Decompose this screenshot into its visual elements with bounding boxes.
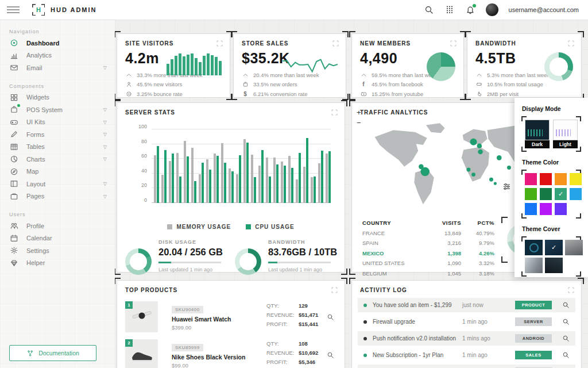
top-products-card: TOP PRODUCTS 1 SKU90400 Huawei Smart Wat… bbox=[117, 280, 345, 368]
theme-color-swatch[interactable] bbox=[525, 188, 537, 200]
sidebar-item-calendar[interactable]: Calendar bbox=[0, 232, 115, 245]
map-zoom-in-button[interactable]: + bbox=[357, 110, 361, 116]
sidebar-item-ui-kits[interactable]: UI Kits ▽ bbox=[0, 116, 115, 129]
sidebar-item-label: Calendar bbox=[26, 235, 52, 241]
activity-magnifier-icon[interactable] bbox=[562, 335, 570, 342]
map-settings-sliders-icon[interactable] bbox=[502, 182, 511, 193]
theme-color-swatch[interactable]: ✓ bbox=[555, 188, 567, 200]
theme-color-swatch[interactable] bbox=[540, 173, 552, 185]
theme-cover-option[interactable] bbox=[525, 240, 543, 255]
activity-row[interactable]: New Subscription - 1yr Plan 1 min ago SA… bbox=[358, 348, 575, 362]
notifications-bell-icon[interactable] bbox=[465, 5, 475, 15]
sidebar-item-widgets[interactable]: Widgets bbox=[0, 91, 115, 104]
country-row-france[interactable]: FRANCE13,84940.79% bbox=[362, 228, 494, 239]
theme-cover-option[interactable] bbox=[545, 258, 563, 273]
sidebar-item-pos-system[interactable]: POS System ▽ bbox=[0, 103, 115, 116]
expand-icon[interactable] bbox=[331, 109, 338, 116]
stat-detail-text: 2MB per visit bbox=[487, 91, 519, 97]
expand-icon[interactable] bbox=[568, 40, 574, 47]
documentation-button[interactable]: Documentation bbox=[9, 345, 96, 361]
country-row-belgium[interactable]: BELGIUM1,0453.18% bbox=[362, 269, 494, 279]
expand-icon[interactable] bbox=[332, 40, 339, 47]
sidebar-item-settings[interactable]: Settings bbox=[0, 244, 115, 257]
country-row-spain[interactable]: SPAIN3,2169.79% bbox=[362, 238, 494, 248]
sidebar-item-tables[interactable]: Tables ▽ bbox=[0, 141, 115, 154]
display-mode-light[interactable]: Light bbox=[553, 120, 578, 148]
activity-log-card: ACTIVITY LOG You have sold an item - $1,… bbox=[351, 280, 582, 368]
map-traffic-dot[interactable] bbox=[489, 178, 493, 182]
server-stats-chart: 020406080100 bbox=[129, 126, 333, 218]
sidebar-item-forms[interactable]: Forms ▽ bbox=[0, 128, 115, 141]
bar-group bbox=[184, 141, 189, 203]
traffic-title: TRAFFIC ANALYTICS bbox=[360, 109, 428, 116]
theme-color-swatch[interactable] bbox=[540, 203, 552, 215]
map-traffic-dot[interactable] bbox=[471, 172, 475, 177]
sidebar-item-dashboard[interactable]: Dashboard bbox=[0, 37, 115, 49]
activity-magnifier-icon[interactable] bbox=[562, 318, 570, 325]
product-stats: QTY:129 REVENUE:$51,471 PROFIT:$15,441 bbox=[266, 302, 318, 330]
sidebar-item-helper[interactable]: Helper bbox=[0, 257, 115, 270]
expand-icon[interactable] bbox=[450, 40, 457, 47]
hamburger-menu-icon[interactable] bbox=[7, 6, 20, 13]
map-traffic-dot[interactable] bbox=[467, 168, 471, 172]
product-magnifier-icon[interactable] bbox=[327, 351, 334, 361]
product-rank-badge: 2 bbox=[125, 339, 133, 347]
bar-group bbox=[251, 155, 256, 203]
country-row-united-states[interactable]: UNITED STATES1,0903.32% bbox=[362, 258, 494, 269]
map-traffic-dot[interactable] bbox=[470, 139, 477, 145]
sidebar-item-layout[interactable]: Layout ▽ bbox=[0, 178, 115, 190]
documentation-label: Documentation bbox=[38, 350, 79, 356]
top-products-title: TOP PRODUCTS bbox=[125, 287, 177, 293]
chevron-down-icon: ▽ bbox=[103, 181, 107, 186]
activity-row[interactable]: 2 Unread enquiry 2 mins ago ENQUIRY bbox=[358, 365, 575, 368]
user-avatar[interactable] bbox=[486, 3, 498, 16]
theme-cover-option[interactable] bbox=[525, 258, 543, 273]
map-traffic-dot[interactable] bbox=[507, 166, 511, 170]
pages-icon bbox=[9, 191, 18, 201]
activity-magnifier-icon[interactable] bbox=[562, 301, 570, 309]
expand-icon[interactable] bbox=[216, 40, 223, 47]
display-mode-dark[interactable]: Dark bbox=[525, 120, 550, 148]
activity-row[interactable]: Push notification v2.0 installation 1 mi… bbox=[358, 331, 575, 346]
product-row-1: 1 SKU90400 Huawei Smart Watch $399.00 QT… bbox=[125, 300, 336, 334]
map-traffic-dot[interactable] bbox=[497, 155, 502, 160]
bar-group bbox=[243, 139, 249, 203]
brand-logo[interactable]: H HUD ADMIN bbox=[32, 4, 97, 16]
stat-detail-line: 15.25% from youtube bbox=[360, 89, 457, 99]
country-row-mexico[interactable]: MEXICO1,3984.26% bbox=[362, 248, 494, 259]
activity-row[interactable]: You have sold an item - $1,299 just now … bbox=[358, 298, 575, 312]
sidebar-item-charts[interactable]: Charts ▽ bbox=[0, 153, 115, 166]
theme-color-swatch[interactable] bbox=[540, 188, 552, 200]
map-traffic-dot[interactable] bbox=[477, 143, 482, 148]
activity-magnifier-icon[interactable] bbox=[562, 351, 570, 359]
sidebar-item-analytics[interactable]: Analytics bbox=[0, 49, 115, 62]
map-zoom-out-button[interactable]: − bbox=[357, 120, 361, 126]
theme-color-swatch[interactable] bbox=[570, 188, 582, 200]
map-traffic-dot[interactable] bbox=[478, 150, 483, 155]
product-magnifier-icon[interactable] bbox=[327, 313, 334, 323]
theme-cover-option[interactable] bbox=[565, 240, 583, 255]
sidebar-section: Navigation Dashboard Analytics Email ▽ bbox=[0, 25, 115, 74]
sidebar-section-title: Components bbox=[0, 80, 115, 91]
bar-group bbox=[191, 148, 196, 203]
sidebar-item-profile[interactable]: Profile bbox=[0, 220, 115, 232]
username[interactable]: username@account.com bbox=[509, 6, 579, 13]
expand-icon[interactable] bbox=[331, 287, 338, 293]
map-traffic-dot[interactable] bbox=[494, 182, 497, 185]
theme-color-swatch[interactable] bbox=[555, 203, 567, 215]
search-icon[interactable] bbox=[424, 5, 434, 15]
theme-color-swatch[interactable] bbox=[525, 173, 537, 185]
theme-color-swatch[interactable] bbox=[525, 203, 537, 215]
theme-cover-option[interactable]: ✓ bbox=[545, 240, 563, 255]
sidebar-item-pages[interactable]: Pages ▽ bbox=[0, 190, 115, 203]
notification-dot bbox=[473, 4, 476, 7]
theme-color-swatch[interactable] bbox=[570, 173, 582, 185]
activity-row[interactable]: Firewall upgrade 1 min ago SERVER bbox=[358, 315, 575, 329]
expand-icon[interactable] bbox=[568, 287, 574, 293]
activity-badge: SALES bbox=[515, 351, 552, 359]
sidebar-item-email[interactable]: Email ▽ bbox=[0, 62, 115, 74]
apps-grid-icon[interactable] bbox=[444, 5, 455, 15]
theme-color-swatch[interactable] bbox=[555, 173, 567, 185]
map-traffic-dot[interactable] bbox=[419, 164, 424, 170]
sidebar-item-map[interactable]: Map bbox=[0, 166, 115, 178]
